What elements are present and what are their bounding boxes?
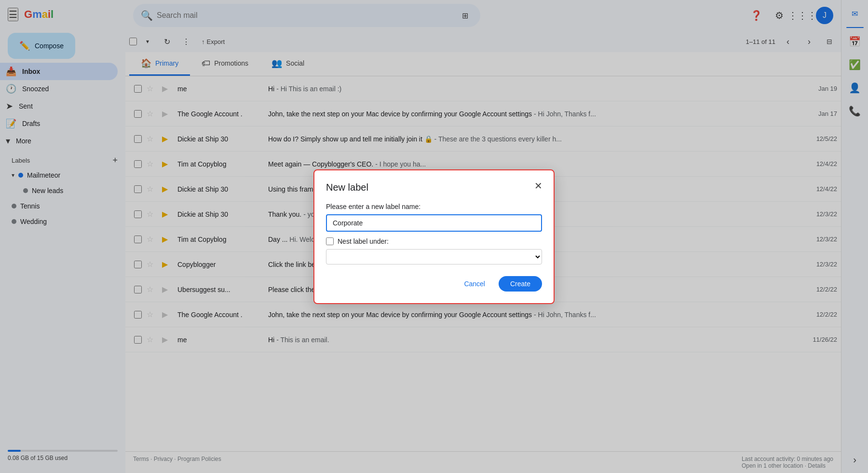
nest-label-text: Nest label under: (338, 237, 389, 245)
modal-title: New label (326, 182, 542, 193)
modal-close-button[interactable]: ✕ (530, 178, 546, 194)
nest-label-checkbox[interactable] (326, 237, 334, 245)
cancel-button[interactable]: Cancel (456, 276, 493, 292)
nest-label-select[interactable] (326, 249, 542, 264)
nest-label-row: Nest label under: (326, 237, 542, 245)
label-name-input[interactable] (326, 214, 542, 232)
create-button[interactable]: Create (499, 276, 542, 292)
modal-buttons: Cancel Create (326, 276, 542, 292)
new-label-modal: ✕ New label Please enter a new label nam… (313, 169, 555, 304)
modal-label-prompt: Please enter a new label name: (326, 203, 542, 210)
modal-overlay: ✕ New label Please enter a new label nam… (0, 0, 868, 473)
